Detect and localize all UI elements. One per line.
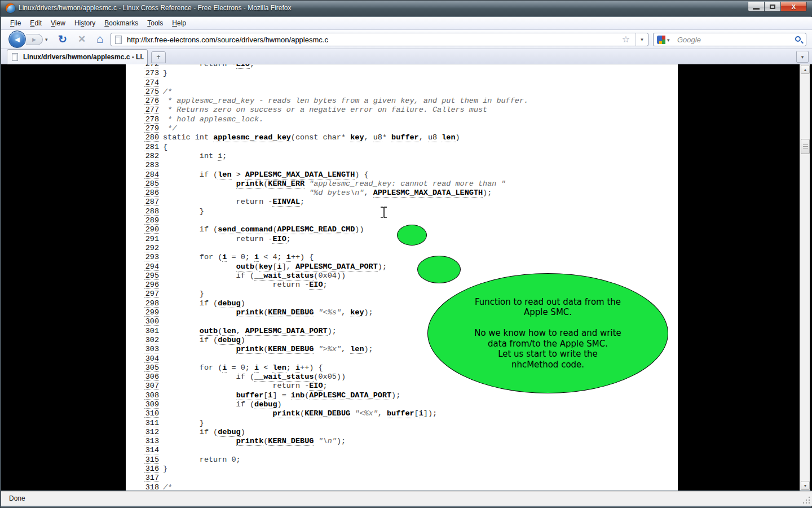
forward-button[interactable]: ► [26,34,43,45]
line-number-link[interactable]: 292 [144,244,159,252]
identifier-link[interactable]: __wait_status [254,373,314,382]
line-number-link[interactable]: 312 [144,428,159,436]
identifier-link[interactable]: EINVAL [272,198,300,207]
line-number-link[interactable]: 301 [144,327,159,335]
search-icon[interactable] [795,36,801,42]
back-button[interactable]: ◄ [8,30,26,48]
identifier-link[interactable]: buffer [236,391,264,400]
search-engine-dropdown-icon[interactable]: ▾ [667,37,670,43]
identifier-link[interactable]: printk [236,308,264,317]
line-number-link[interactable]: 314 [144,446,159,454]
maximize-button[interactable] [765,2,781,12]
identifier-link[interactable]: debug [218,428,241,437]
line-number-link[interactable]: 304 [144,354,159,363]
identifier-link[interactable]: i [254,364,259,373]
identifier-link[interactable]: printk [272,409,300,418]
line-number-link[interactable]: 299 [144,308,159,317]
url-input[interactable]: http://lxr.free-electrons.com/source/dri… [111,33,648,46]
identifier-link[interactable]: len [218,170,231,179]
line-number-link[interactable]: 315 [144,456,159,464]
identifier-link[interactable]: KERN_DEBUG [268,437,314,446]
line-number-link[interactable]: 273 [144,69,159,77]
line-number-link[interactable]: 309 [144,400,159,409]
identifier-link[interactable]: EIO [309,382,323,391]
identifier-link[interactable]: debug [218,299,241,308]
identifier-link[interactable]: EIO [309,281,323,290]
identifier-link[interactable]: len [272,364,286,373]
line-number-link[interactable]: 282 [144,152,159,160]
line-number-link[interactable]: 317 [144,474,159,482]
identifier-link[interactable]: EIO [272,235,286,244]
line-number-link[interactable]: 303 [144,345,159,353]
menu-help[interactable]: Help [167,17,191,29]
identifier-link[interactable]: i [254,253,259,262]
scroll-up-button[interactable]: ▲ [801,65,810,74]
line-number-link[interactable]: 285 [144,179,159,188]
line-number-link[interactable]: 302 [144,336,159,344]
line-number-link[interactable]: 274 [144,78,159,87]
identifier-link[interactable]: KERN_DEBUG [268,345,314,354]
title-bar[interactable]: Linux/drivers/hwmon/applesmc.c - Linux C… [1,1,812,16]
line-number-link[interactable]: 288 [144,207,159,216]
identifier-link[interactable]: APPLESMC_DATA_PORT [309,391,391,400]
identifier-link[interactable]: __wait_status [254,271,314,281]
scrollbar-thumb[interactable] [801,139,810,154]
identifier-link[interactable]: key [259,262,272,271]
line-number-link[interactable]: 283 [144,161,159,169]
identifier-link[interactable]: i [295,364,300,373]
line-number-link[interactable]: 286 [144,189,159,197]
identifier-link[interactable]: EIO [236,64,250,69]
identifier-link[interactable]: KERN_DEBUG [304,409,350,418]
minimize-button[interactable] [748,2,765,12]
line-number-link[interactable]: 281 [144,143,159,151]
history-dropdown-icon[interactable]: ▾ [45,37,48,42]
identifier-link[interactable]: u8 [373,133,382,142]
tab-applesmc[interactable]: Linux/drivers/hwmon/applesmc.c - Li... [7,49,148,64]
identifier-link[interactable]: outb [236,262,254,271]
identifier-link[interactable]: APPLESMC_MAX_DATA_LENGTH [373,189,483,198]
line-number-link[interactable]: 289 [144,216,159,225]
identifier-link[interactable]: send_command [218,225,272,234]
identifier-link[interactable]: printk [236,437,264,446]
menu-edit[interactable]: Edit [25,17,46,29]
identifier-link[interactable]: outb [200,327,218,336]
menu-view[interactable]: View [46,17,70,29]
identifier-link[interactable]: u8 [428,133,437,142]
menu-bookmarks[interactable]: Bookmarks [100,17,143,29]
line-number-link[interactable]: 290 [144,225,159,234]
identifier-link[interactable]: KERN_DEBUG [268,308,314,317]
line-number-link[interactable]: 316 [144,465,159,473]
identifier-link[interactable]: key [350,308,364,317]
identifier-link[interactable]: key [350,133,364,142]
line-number-link[interactable]: 306 [144,373,159,381]
line-number-link[interactable]: 291 [144,235,159,243]
identifier-link[interactable]: KERN_ERR [268,179,304,189]
menu-file[interactable]: File [6,17,25,29]
line-number-link[interactable]: 310 [144,409,159,418]
line-number-link[interactable]: 298 [144,299,159,308]
stop-button[interactable]: ✕ [74,32,89,47]
identifier-link[interactable]: buffer [387,409,414,418]
menu-history[interactable]: History [70,17,100,29]
vertical-scrollbar[interactable]: ▲ ▼ [800,64,810,491]
line-number-link[interactable]: 308 [144,391,159,400]
identifier-link[interactable]: APPLESMC_DATA_PORT [295,262,378,271]
bookmark-star-icon[interactable]: ☆ [622,34,630,45]
line-number-link[interactable]: 284 [144,170,159,179]
close-button[interactable]: X [781,2,807,12]
identifier-link[interactable]: applesmc_read_key [213,133,291,142]
identifier-link[interactable]: APPLESMC_MAX_DATA_LENGTH [245,170,355,179]
scroll-down-button[interactable]: ▼ [801,481,810,490]
line-number-link[interactable]: 275 [144,87,159,96]
identifier-link[interactable]: printk [236,345,264,354]
line-number-link[interactable]: 311 [144,419,159,427]
identifier-link[interactable]: i [419,409,423,418]
line-number-link[interactable]: 293 [144,253,159,261]
identifier-link[interactable]: i [286,253,291,262]
identifier-link[interactable]: len [350,345,364,354]
line-number-link[interactable]: 307 [144,382,159,390]
home-button[interactable]: ⌂ [92,31,107,47]
line-number-link[interactable]: 318 [144,483,159,491]
identifier-link[interactable]: debug [254,400,277,409]
line-number-link[interactable]: 280 [144,133,159,142]
